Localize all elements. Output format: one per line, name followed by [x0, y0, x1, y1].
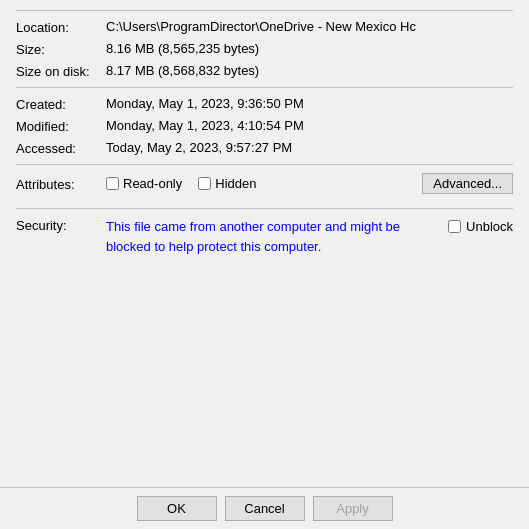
size-on-disk-label: Size on disk: — [16, 63, 106, 79]
security-text: This file came from another computer and… — [106, 217, 448, 256]
unblock-checkbox[interactable] — [448, 220, 461, 233]
unblock-label: Unblock — [466, 219, 513, 234]
modified-label: Modified: — [16, 118, 106, 134]
size-on-disk-row: Size on disk: 8.17 MB (8,568,832 bytes) — [16, 63, 513, 79]
created-row: Created: Monday, May 1, 2023, 9:36:50 PM — [16, 96, 513, 112]
properties-dialog: Location: C:\Users\ProgramDirector\OneDr… — [0, 0, 529, 529]
hidden-checkbox[interactable] — [198, 177, 211, 190]
attributes-row: Attributes: Read-only Hidden Advanced... — [16, 173, 513, 194]
size-label: Size: — [16, 41, 106, 57]
ok-button[interactable]: OK — [137, 496, 217, 521]
hidden-checkbox-item: Hidden — [198, 176, 256, 191]
location-size-section: Location: C:\Users\ProgramDirector\OneDr… — [16, 10, 513, 87]
accessed-row: Accessed: Today, May 2, 2023, 9:57:27 PM — [16, 140, 513, 156]
accessed-label: Accessed: — [16, 140, 106, 156]
unblock-area: Unblock — [448, 217, 513, 234]
modified-value: Monday, May 1, 2023, 4:10:54 PM — [106, 118, 513, 133]
readonly-checkbox[interactable] — [106, 177, 119, 190]
attributes-label: Attributes: — [16, 176, 106, 192]
security-label: Security: — [16, 217, 106, 233]
modified-row: Modified: Monday, May 1, 2023, 4:10:54 P… — [16, 118, 513, 134]
location-row: Location: C:\Users\ProgramDirector\OneDr… — [16, 19, 513, 35]
button-area: OK Cancel Apply — [0, 487, 529, 529]
size-on-disk-value: 8.17 MB (8,568,832 bytes) — [106, 63, 513, 78]
content-area: Location: C:\Users\ProgramDirector\OneDr… — [0, 0, 529, 487]
created-label: Created: — [16, 96, 106, 112]
dates-section: Created: Monday, May 1, 2023, 9:36:50 PM… — [16, 87, 513, 164]
created-value: Monday, May 1, 2023, 9:36:50 PM — [106, 96, 513, 111]
size-value: 8.16 MB (8,565,235 bytes) — [106, 41, 513, 56]
unblock-checkbox-item: Unblock — [448, 219, 513, 234]
hidden-label: Hidden — [215, 176, 256, 191]
security-row: Security: This file came from another co… — [16, 217, 513, 256]
size-row: Size: 8.16 MB (8,565,235 bytes) — [16, 41, 513, 57]
accessed-value: Today, May 2, 2023, 9:57:27 PM — [106, 140, 513, 155]
cancel-button[interactable]: Cancel — [225, 496, 305, 521]
readonly-label: Read-only — [123, 176, 182, 191]
location-value: C:\Users\ProgramDirector\OneDrive - New … — [106, 19, 513, 34]
advanced-button[interactable]: Advanced... — [422, 173, 513, 194]
readonly-checkbox-item: Read-only — [106, 176, 182, 191]
security-section: Security: This file came from another co… — [16, 208, 513, 264]
apply-button[interactable]: Apply — [313, 496, 393, 521]
attributes-section: Attributes: Read-only Hidden Advanced... — [16, 164, 513, 208]
location-label: Location: — [16, 19, 106, 35]
